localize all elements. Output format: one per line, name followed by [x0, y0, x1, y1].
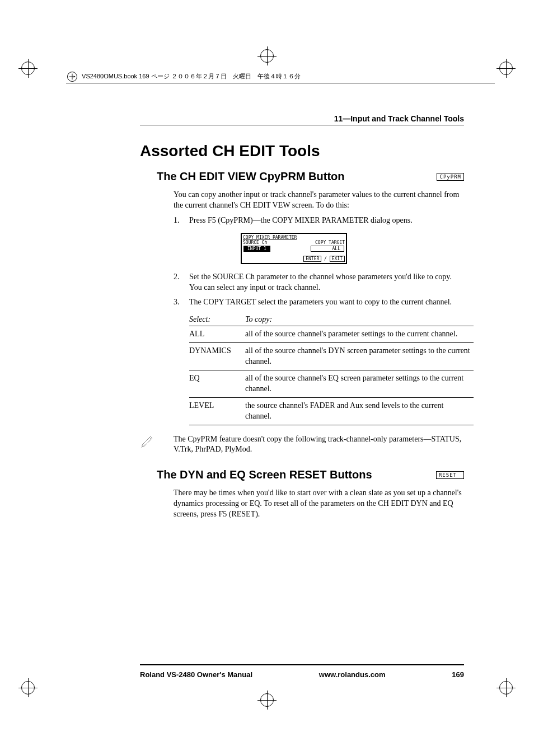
table-row: EQ all of the source channel's EQ screen… [189, 370, 474, 398]
step-number: 2. [174, 272, 189, 293]
book-header: VS2480OMUS.book 169 ページ ２００６年２月７日 火曜日 午後… [67, 72, 495, 82]
table-row: DYNAMICS all of the source channel's DYN… [189, 343, 474, 370]
table-row: ALL all of the source channel's paramete… [189, 326, 474, 343]
table-cell: all of the source channel's EQ screen pa… [245, 370, 474, 398]
section-heading: The DYN and EQ Screen RESET Buttons [157, 468, 372, 481]
note-text: The CpyPRM feature doesn't copy the foll… [174, 434, 464, 456]
pencil-icon [140, 434, 157, 451]
table-cell: all of the source channel's parameter se… [245, 326, 474, 343]
divider [140, 125, 464, 125]
registration-mark [21, 681, 35, 694]
list-item: 3. The COPY TARGET select the parameters… [174, 297, 464, 308]
svg-marker-2 [74, 76, 76, 78]
page-footer: Roland VS-2480 Owner's Manual www.roland… [140, 670, 464, 679]
table-header: Select: [189, 313, 245, 326]
step-text: Press F5 (CpyPRM)—the COPY MIXER PARAMET… [189, 215, 413, 226]
dialog-target-label: COPY TARGET [315, 240, 345, 245]
table-cell: EQ [189, 370, 245, 398]
note: The CpyPRM feature doesn't copy the foll… [140, 434, 464, 456]
body-text: You can copy another input or track chan… [174, 190, 464, 211]
registration-mark [499, 62, 513, 75]
svg-line-3 [141, 444, 144, 448]
registration-mark [21, 62, 35, 75]
dialog-source-value: INPUT 1 [243, 246, 270, 252]
dialog-screenshot: COPY MIXER PARAMETER SOURCE Ch COPY TARG… [241, 233, 347, 264]
footer-center: www.rolandus.com [319, 670, 386, 679]
registration-mark [260, 49, 274, 63]
cpyprm-button-graphic: CPyPRM [437, 173, 464, 181]
footer-left: Roland VS-2480 Owner's Manual [140, 670, 252, 679]
table-cell: ALL [189, 326, 245, 343]
list-item: 1. Press F5 (CpyPRM)—the COPY MIXER PARA… [174, 215, 464, 226]
step-number: 1. [174, 215, 189, 226]
divider [66, 83, 495, 83]
reset-button-graphic: RESET [436, 471, 464, 479]
step-text: The COPY TARGET select the parameters yo… [189, 297, 452, 308]
dialog-target-value: ALL [311, 246, 344, 252]
body-text: There may be times when you'd like to st… [174, 488, 464, 520]
registration-mark [260, 693, 274, 707]
chapter-header: 11—Input and Track Channel Tools [39, 114, 464, 123]
divider [140, 664, 464, 665]
section-heading: The CH EDIT VIEW CpyPRM Button [157, 170, 345, 183]
table-cell: all of the source channel's DYN screen p… [245, 343, 474, 370]
list-item: 2. Set the SOURCE Ch parameter to the ch… [174, 272, 464, 293]
table-cell: the source channel's FADER and Aux send … [245, 397, 474, 425]
arrow-icon [67, 72, 77, 82]
table-cell: DYNAMICS [189, 343, 245, 370]
step-number: 3. [174, 297, 189, 308]
page-title: Assorted CH EDIT Tools [140, 142, 495, 160]
table-row: LEVEL the source channel's FADER and Aux… [189, 397, 474, 425]
dialog-enter: ENTER [303, 256, 321, 262]
footer-right: 169 [452, 670, 464, 679]
book-header-text: VS2480OMUS.book 169 ページ ２００６年２月７日 火曜日 午後… [82, 73, 301, 79]
step-text: Set the SOURCE Ch parameter to the chann… [189, 272, 464, 293]
registration-mark [499, 681, 513, 694]
dialog-source-label: SOURCE Ch [243, 240, 267, 245]
dialog-title: COPY MIXER PARAMETER [243, 235, 345, 240]
parameter-table: Select: To copy: ALL all of the source c… [189, 313, 474, 425]
dialog-exit: EXIT [330, 256, 345, 262]
table-header: To copy: [245, 313, 474, 326]
table-cell: LEVEL [189, 397, 245, 425]
